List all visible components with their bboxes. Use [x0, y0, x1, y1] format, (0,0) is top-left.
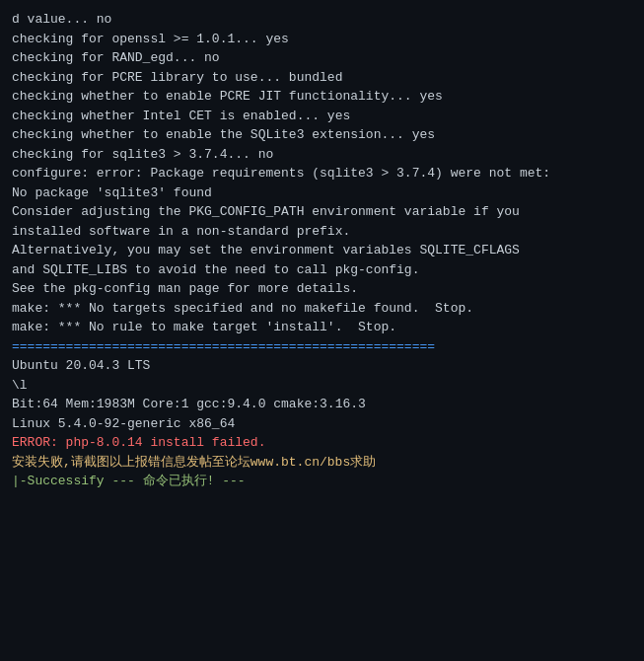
- terminal-line: Ubuntu 20.04.3 LTS: [12, 356, 632, 376]
- terminal-line: checking whether Intel CET is enabled...…: [12, 107, 632, 126]
- terminal-line: checking for openssl >= 1.0.1... yes: [12, 30, 632, 49]
- terminal-line: checking for sqlite3 > 3.7.4... no: [12, 145, 632, 165]
- terminal-line: |-Successify --- 命令已执行! ---: [12, 472, 632, 491]
- terminal-line: 安装失败,请截图以上报错信息发帖至论坛www.bt.cn/bbs求助: [12, 453, 632, 473]
- terminal-line: configure: error: Package requirements (…: [12, 164, 632, 184]
- terminal-line: checking whether to enable the SQLite3 e…: [12, 125, 632, 145]
- terminal-line: Alternatively, you may set the environme…: [12, 241, 632, 260]
- terminal-line: checking for RAND_egd... no: [12, 48, 632, 68]
- terminal-line: installed software in a non-standard pre…: [12, 222, 632, 242]
- terminal-line: ========================================…: [12, 337, 632, 357]
- terminal-line: ERROR: php-8.0.14 install failed.: [12, 433, 632, 453]
- terminal-line: Bit:64 Mem:1983M Core:1 gcc:9.4.0 cmake:…: [12, 395, 632, 414]
- terminal-line: checking for PCRE library to use... bund…: [12, 68, 632, 88]
- terminal-line: and SQLITE_LIBS to avoid the need to cal…: [12, 260, 632, 280]
- terminal-window: d value... nochecking for openssl >= 1.0…: [0, 0, 644, 661]
- terminal-line: make: *** No targets specified and no ma…: [12, 299, 632, 319]
- terminal-line: See the pkg-config man page for more det…: [12, 279, 632, 299]
- terminal-line: No package 'sqlite3' found: [12, 184, 632, 203]
- terminal-line: make: *** No rule to make target 'instal…: [12, 318, 632, 337]
- terminal-line: \l: [12, 376, 632, 396]
- terminal-line: checking whether to enable PCRE JIT func…: [12, 87, 632, 107]
- terminal-line: d value... no: [12, 10, 632, 30]
- terminal-line: Linux 5.4.0-92-generic x86_64: [12, 414, 632, 434]
- terminal-line: Consider adjusting the PKG_CONFIG_PATH e…: [12, 202, 632, 222]
